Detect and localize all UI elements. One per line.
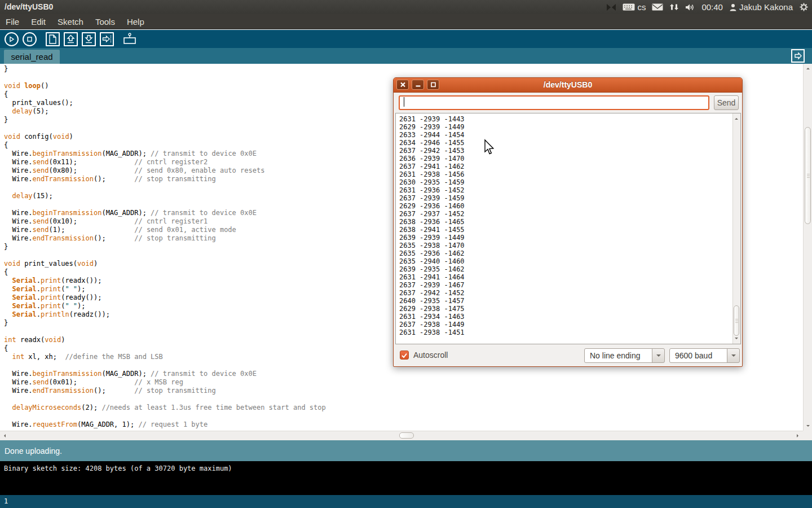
save-button[interactable] bbox=[81, 32, 96, 47]
serial-row: 2635 -2936 -1462 bbox=[399, 249, 465, 257]
verify-play-icon bbox=[4, 32, 19, 47]
autoscroll-checkbox[interactable] bbox=[400, 351, 409, 360]
maximize-icon bbox=[430, 82, 436, 87]
mail-icon[interactable] bbox=[652, 3, 663, 11]
user-name-label: Jakub Kakona bbox=[739, 2, 793, 12]
serial-monitor-title: /dev/ttyUSB0 bbox=[394, 78, 742, 92]
minimize-button[interactable] bbox=[412, 80, 424, 90]
editor-vertical-scrollbar[interactable] bbox=[803, 64, 812, 431]
serial-row: 2637 -2939 -1459 bbox=[399, 194, 465, 202]
editor-hscroll-thumb[interactable] bbox=[399, 432, 414, 439]
scroll-left-arrow-icon[interactable] bbox=[2, 434, 6, 437]
system-tray: cs 00:40 Jakub Kakona bbox=[606, 0, 809, 14]
serial-row: 2638 -2941 -1455 bbox=[399, 226, 465, 234]
code-line: delayMicroseconds(2); //needs at least 1… bbox=[4, 404, 803, 412]
arrow-right-upload-icon bbox=[101, 33, 113, 45]
user-session-indicator[interactable]: Jakub Kakona bbox=[729, 2, 793, 12]
clock-label: 00:40 bbox=[701, 2, 723, 12]
tab-arrow-icon bbox=[793, 51, 803, 61]
keyboard-layout-label: cs bbox=[637, 2, 646, 12]
tab-bar: serial_read bbox=[0, 48, 812, 64]
new-document-icon bbox=[47, 33, 59, 45]
serial-row: 2637 -2937 -1452 bbox=[399, 210, 465, 218]
text-caret bbox=[404, 97, 404, 107]
desktop-top-panel: /dev/ttyUSB0 cs 00:40 Jakub Kakona bbox=[0, 0, 812, 14]
menu-item-file[interactable]: File bbox=[6, 17, 19, 27]
code-line: Wire.beginTransmission(MAG_ADDR); // tra… bbox=[4, 370, 803, 378]
menu-item-tools[interactable]: Tools bbox=[95, 17, 115, 27]
serial-monitor-icon bbox=[122, 32, 138, 46]
arrow-down-icon bbox=[83, 33, 95, 45]
notifications-icon[interactable] bbox=[606, 3, 616, 11]
stop-icon bbox=[22, 32, 37, 47]
editor-vscroll-thumb[interactable] bbox=[805, 127, 811, 224]
serial-row: 2634 -2946 -1455 bbox=[399, 139, 465, 147]
verify-button[interactable] bbox=[4, 32, 19, 47]
clock-indicator[interactable]: 00:40 bbox=[701, 2, 723, 12]
serial-row: 2629 -2936 -1460 bbox=[399, 202, 465, 210]
serial-row: 2637 -2938 -1449 bbox=[399, 321, 465, 329]
menu-item-edit[interactable]: Edit bbox=[31, 17, 46, 27]
baud-rate-select[interactable]: 9600 baud bbox=[669, 348, 727, 363]
keyboard-icon bbox=[623, 3, 635, 11]
maximize-button[interactable] bbox=[427, 80, 439, 90]
open-button[interactable] bbox=[63, 32, 78, 47]
menu-bar: FileEditSketchToolsHelp bbox=[0, 14, 812, 29]
serial-row: 2638 -2936 -1465 bbox=[399, 218, 465, 226]
window-title: /dev/ttyUSB0 bbox=[5, 2, 53, 11]
keyboard-layout-indicator[interactable]: cs bbox=[623, 2, 646, 12]
serial-row: 2637 -2942 -1452 bbox=[399, 289, 465, 297]
status-bar: Done uploading. bbox=[0, 440, 812, 461]
new-sketch-button[interactable] bbox=[45, 32, 60, 47]
serial-row: 2631 -2939 -1443 bbox=[399, 115, 465, 123]
scroll-right-arrow-icon[interactable] bbox=[797, 434, 800, 437]
console-output: Binary sketch size: 4208 bytes (of a 307… bbox=[0, 461, 812, 495]
close-button[interactable] bbox=[396, 80, 409, 90]
serial-row: 2640 -2935 -1457 bbox=[399, 297, 465, 305]
code-line: Wire.endTransmission(); // stop transmit… bbox=[4, 387, 803, 395]
serial-monitor-button[interactable] bbox=[122, 32, 138, 47]
arrow-up-icon bbox=[65, 33, 77, 45]
serial-row: 2631 -2938 -1451 bbox=[399, 329, 465, 336]
chevron-down-icon bbox=[731, 354, 736, 359]
serial-send-input[interactable] bbox=[399, 95, 709, 110]
code-line bbox=[4, 412, 803, 421]
serial-row: 2635 -2940 -1460 bbox=[399, 257, 465, 265]
send-button[interactable]: Send bbox=[714, 95, 739, 110]
serial-row: 2635 -2938 -1470 bbox=[399, 242, 465, 249]
serial-row: 2631 -2934 -1463 bbox=[399, 313, 465, 321]
scroll-down-arrow-icon[interactable] bbox=[806, 425, 810, 428]
serial-output-area: 2631 -2939 -14432629 -2939 -14492633 -29… bbox=[395, 113, 741, 344]
serial-scroll-down-icon[interactable] bbox=[735, 338, 738, 341]
scroll-up-arrow-icon[interactable] bbox=[806, 66, 810, 69]
serial-row: 2639 -2935 -1462 bbox=[399, 265, 465, 273]
volume-icon[interactable] bbox=[685, 3, 695, 11]
tab-serial-read[interactable]: serial_read bbox=[4, 50, 60, 64]
serial-scroll-up-icon[interactable] bbox=[735, 116, 738, 120]
code-line bbox=[4, 395, 803, 404]
baud-dropdown-button[interactable] bbox=[727, 348, 740, 363]
serial-monitor-titlebar[interactable]: /dev/ttyUSB0 bbox=[394, 78, 742, 93]
close-icon bbox=[400, 82, 406, 87]
tab-menu-button[interactable] bbox=[791, 49, 805, 63]
menu-item-help[interactable]: Help bbox=[127, 17, 144, 27]
line-ending-select[interactable]: No line ending bbox=[584, 348, 652, 363]
scrollbar-corner bbox=[803, 431, 812, 440]
chevron-down-icon bbox=[656, 354, 661, 359]
serial-row: 2637 -2942 -1453 bbox=[399, 147, 465, 155]
mouse-cursor bbox=[483, 139, 496, 156]
upload-button[interactable] bbox=[99, 32, 114, 47]
tab-label: serial_read bbox=[11, 52, 52, 62]
line-ending-dropdown-button[interactable] bbox=[652, 348, 665, 363]
session-gear-icon[interactable] bbox=[799, 2, 809, 12]
menu-item-sketch[interactable]: Sketch bbox=[58, 17, 83, 27]
network-arrows-icon[interactable] bbox=[669, 3, 679, 11]
editor-horizontal-scrollbar[interactable] bbox=[0, 431, 803, 440]
serial-row: 2636 -2939 -1470 bbox=[399, 155, 465, 163]
serial-output-scrollbar[interactable] bbox=[732, 113, 740, 344]
console-text: Binary sketch size: 4208 bytes (of a 307… bbox=[4, 465, 232, 472]
serial-row: 2637 -2941 -1462 bbox=[399, 163, 465, 170]
serial-scroll-thumb[interactable] bbox=[734, 305, 739, 336]
stop-button[interactable] bbox=[22, 32, 37, 47]
code-line: } bbox=[4, 65, 803, 73]
